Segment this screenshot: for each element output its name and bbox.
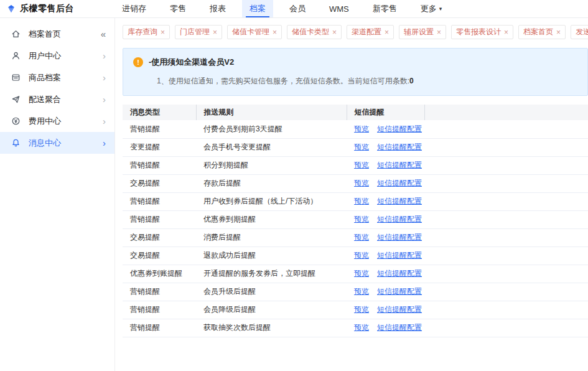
- nav-item[interactable]: 会员: [282, 0, 313, 17]
- logo-icon: [6, 4, 16, 14]
- cell-empty: [424, 265, 588, 283]
- preview-link[interactable]: 预览: [354, 251, 369, 260]
- preview-link[interactable]: 预览: [354, 124, 369, 133]
- logo-text: 乐檬零售后台: [20, 3, 74, 14]
- cell-sms-actions: 预览短信提醒配置: [347, 120, 424, 138]
- preview-link[interactable]: 预览: [354, 233, 369, 242]
- table-row: 营销提醒会员降级后提醒预览短信提醒配置: [123, 301, 588, 319]
- preview-link[interactable]: 预览: [354, 287, 369, 296]
- sidebar-item[interactable]: 用户中心›: [0, 45, 114, 67]
- cell-sms-actions: 预览短信提醒配置: [347, 210, 424, 228]
- sidebar-item[interactable]: 配送聚合›: [0, 88, 114, 110]
- sidebar-item[interactable]: 费用中心›: [0, 110, 114, 132]
- preview-link[interactable]: 预览: [354, 323, 369, 332]
- nav-item-label: 零售: [170, 3, 186, 14]
- tab-chip[interactable]: 零售报表设计×: [451, 25, 513, 39]
- nav-item[interactable]: 零售: [162, 0, 194, 17]
- user-icon: [11, 51, 21, 61]
- close-icon[interactable]: ×: [332, 28, 337, 37]
- nav-item[interactable]: 报表: [202, 0, 233, 17]
- cell-empty: [424, 283, 588, 301]
- sms-config-link[interactable]: 短信提醒配置: [377, 161, 422, 169]
- tab-chip[interactable]: 储值卡管理×: [227, 25, 282, 39]
- sms-config-link[interactable]: 短信提醒配置: [377, 287, 422, 296]
- tab-chip[interactable]: 档案首页×: [518, 25, 566, 39]
- cell-message-type: 营销提醒: [123, 192, 196, 210]
- collapse-sidebar-icon[interactable]: «: [101, 29, 106, 39]
- nav-item[interactable]: 进销存: [114, 0, 154, 17]
- nav-item-label: 会员: [289, 3, 306, 14]
- sidebar-item-label: 消息中心: [29, 138, 103, 149]
- cell-sms-actions: 预览短信提醒配置: [347, 138, 424, 156]
- nav-item[interactable]: WMS: [322, 0, 357, 17]
- goods-card-icon: [11, 73, 21, 83]
- sms-config-link[interactable]: 短信提醒配置: [377, 323, 422, 332]
- logo: 乐檬零售后台: [0, 3, 106, 14]
- tab-chip[interactable]: 渠道配置×: [347, 25, 394, 39]
- table-row: 交易提醒退款成功后提醒预览短信提醒配置: [123, 247, 588, 265]
- main-content: 库存查询×门店管理×储值卡管理×储值卡类型×渠道配置×辅屏设置×零售报表设计×档…: [115, 18, 588, 371]
- sidebar-item-label: 费用中心: [29, 116, 103, 127]
- close-icon[interactable]: ×: [504, 28, 508, 37]
- notice-body: -使用须知全渠道会员V2 1、使用短信通知，需先购买短信包服务，充值短信条数。当…: [149, 57, 414, 87]
- preview-link[interactable]: 预览: [354, 269, 369, 278]
- preview-link[interactable]: 预览: [354, 215, 369, 223]
- sidebar-item[interactable]: 消息中心›: [0, 132, 114, 154]
- preview-link[interactable]: 预览: [354, 197, 369, 205]
- close-icon[interactable]: ×: [437, 28, 441, 37]
- col-sms-remind: 短信提醒: [347, 105, 424, 120]
- close-icon[interactable]: ×: [273, 28, 277, 37]
- preview-link[interactable]: 预览: [354, 161, 369, 169]
- table-body: 营销提醒付费会员到期前3天提醒预览短信提醒配置变更提醒会员手机号变更提醒预览短信…: [123, 120, 588, 337]
- sms-config-link[interactable]: 短信提醒配置: [377, 124, 422, 133]
- preview-link[interactable]: 预览: [354, 179, 369, 187]
- nav-item[interactable]: 档案: [242, 0, 273, 17]
- sidebar-menu: 档案首页«用户中心›商品档案›配送聚合›费用中心›消息中心›: [0, 23, 114, 154]
- preview-link[interactable]: 预览: [354, 305, 369, 314]
- sms-config-link[interactable]: 短信提醒配置: [377, 305, 422, 314]
- tab-chip[interactable]: 储值卡类型×: [287, 25, 342, 39]
- nav-item-label: 档案: [250, 3, 266, 14]
- tab-chip[interactable]: 库存查询×: [123, 25, 170, 39]
- cell-empty: [424, 301, 588, 319]
- table-row: 交易提醒存款后提醒预览短信提醒配置: [123, 174, 588, 192]
- tab-label: 辅屏设置: [404, 27, 434, 37]
- sidebar-item[interactable]: 商品档案›: [0, 67, 114, 88]
- chevron-right-icon: ›: [103, 73, 106, 82]
- close-icon[interactable]: ×: [385, 28, 389, 37]
- close-icon[interactable]: ×: [161, 28, 165, 37]
- sms-config-link[interactable]: 短信提醒配置: [377, 215, 422, 223]
- nav-item-label: 进销存: [122, 3, 146, 14]
- nav-item[interactable]: 新零售: [365, 0, 404, 17]
- tab-label: 零售报表设计: [456, 27, 501, 37]
- notice-line1: 1、使用短信通知，需先购买短信包服务，充值短信条数。当前短信可用条数:: [157, 77, 409, 85]
- sms-config-link[interactable]: 短信提醒配置: [377, 143, 422, 151]
- sidebar-item-label: 配送聚合: [29, 94, 103, 105]
- sms-config-link[interactable]: 短信提醒配置: [377, 179, 422, 187]
- close-icon[interactable]: ×: [556, 28, 561, 37]
- tab-chip[interactable]: 辅屏设置×: [399, 25, 446, 39]
- sidebar-item-label: 档案首页: [29, 29, 101, 40]
- tab-chip[interactable]: 门店管理×: [175, 25, 222, 39]
- nav-item[interactable]: 更多▾: [413, 0, 450, 17]
- tab-label: 渠道配置: [352, 27, 381, 37]
- sms-config-link[interactable]: 短信提醒配置: [377, 251, 422, 260]
- table-row: 优惠券到账提醒开通提醒的服务发券后，立即提醒预览短信提醒配置: [123, 265, 588, 283]
- fee-icon: [11, 116, 21, 126]
- sms-config-link[interactable]: 短信提醒配置: [377, 269, 422, 278]
- preview-link[interactable]: 预览: [354, 143, 369, 151]
- cell-push-rule: 优惠券到期提醒: [196, 210, 347, 228]
- message-table: 消息类型 推送规则 短信提醒 营销提醒付费会员到期前3天提醒预览短信提醒配置变更…: [123, 105, 588, 337]
- tab-label: 储值卡管理: [232, 27, 269, 37]
- cell-push-rule: 积分到期提醒: [196, 156, 347, 174]
- sidebar-item[interactable]: 档案首页«: [0, 23, 114, 45]
- table-row: 营销提醒积分到期提醒预览短信提醒配置: [123, 156, 588, 174]
- tab-chip[interactable]: 发送任务×: [571, 25, 588, 39]
- cell-push-rule: 获取抽奖次数后提醒: [196, 319, 347, 337]
- cell-push-rule: 存款后提醒: [196, 174, 347, 192]
- sms-config-link[interactable]: 短信提醒配置: [377, 197, 422, 205]
- cell-empty: [424, 174, 588, 192]
- sms-config-link[interactable]: 短信提醒配置: [377, 233, 422, 242]
- close-icon[interactable]: ×: [213, 28, 217, 37]
- cell-message-type: 营销提醒: [123, 283, 196, 301]
